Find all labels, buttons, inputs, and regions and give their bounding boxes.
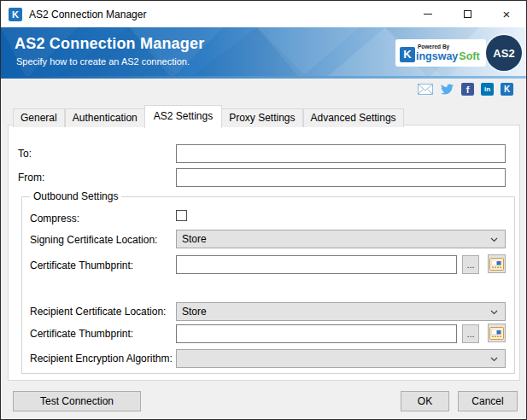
- recipient-cert-location-dropdown[interactable]: Store: [176, 302, 506, 321]
- tab-as2-settings[interactable]: AS2 Settings: [144, 105, 222, 128]
- tab-authentication[interactable]: Authentication: [65, 108, 145, 127]
- ok-button[interactable]: OK: [401, 391, 449, 411]
- kingswaysoft-logo: K Powered By ingswaySoft: [395, 39, 486, 67]
- email-icon[interactable]: [418, 84, 433, 95]
- cert-thumbprint-2-cert-picker-button[interactable]: [488, 324, 506, 342]
- as2-connection-manager-dialog: K AS2 Connection Manager × AS2 Connectio…: [0, 0, 527, 420]
- as2-badge: AS2: [486, 35, 522, 71]
- recipient-encryption-algorithm-dropdown[interactable]: [176, 349, 506, 368]
- tab-advanced-settings[interactable]: Advanced Settings: [303, 108, 404, 127]
- header-banner: AS2 Connection Manager Specify how to cr…: [1, 27, 526, 79]
- header-subtitle: Specify how to create an AS2 connection.: [16, 56, 190, 67]
- close-icon: ×: [503, 8, 511, 20]
- tab-proxy-settings[interactable]: Proxy Settings: [221, 108, 302, 127]
- chevron-down-icon: [490, 237, 498, 242]
- signing-cert-location-dropdown[interactable]: Store: [176, 230, 506, 248]
- cert-thumbprint-2-browse-button[interactable]: ...: [462, 324, 479, 343]
- tab-general[interactable]: General: [13, 108, 65, 127]
- signing-cert-location-label: Signing Certificate Location:: [30, 234, 157, 246]
- to-input[interactable]: [176, 144, 506, 163]
- logo-name-blue: ingsway: [416, 50, 458, 62]
- cert-thumbprint-1-cert-picker-button[interactable]: [488, 254, 506, 273]
- certificate-icon: [489, 258, 504, 271]
- signing-cert-location-value: Store: [182, 233, 207, 245]
- header-title: AS2 Connection Manager: [15, 35, 204, 53]
- outbound-settings-title: Outbound Settings: [30, 190, 121, 202]
- cert-thumbprint-1-browse-button[interactable]: ...: [462, 255, 479, 274]
- window-title: AS2 Connection Manager: [29, 9, 146, 20]
- close-button[interactable]: ×: [487, 1, 526, 27]
- cancel-button[interactable]: Cancel: [458, 391, 518, 411]
- from-label: From:: [18, 172, 44, 184]
- maximize-icon: [464, 10, 471, 18]
- compress-checkbox[interactable]: [176, 210, 187, 221]
- social-links: f in K: [418, 83, 513, 96]
- recipient-cert-location-label: Recipient Certificate Location:: [30, 306, 166, 318]
- title-bar: K AS2 Connection Manager ×: [1, 1, 526, 27]
- twitter-icon[interactable]: [440, 83, 454, 96]
- minimize-button[interactable]: [408, 1, 448, 27]
- cert-thumbprint-1-label: Certificate Thumbprint:: [30, 260, 133, 271]
- to-label: To:: [18, 148, 32, 160]
- logo-name-green: Soft: [459, 50, 479, 62]
- compress-label: Compress:: [30, 213, 79, 225]
- app-icon: K: [9, 8, 22, 21]
- as2-settings-page: To: From: Outbound Settings Compress: Si…: [8, 125, 520, 381]
- header-bottom-strip: [1, 76, 526, 79]
- recipient-cert-location-value: Store: [182, 306, 207, 318]
- from-input[interactable]: [176, 168, 506, 187]
- minimize-icon: [424, 14, 432, 15]
- cert-thumbprint-2-input[interactable]: [176, 324, 457, 343]
- facebook-icon[interactable]: f: [461, 83, 474, 96]
- test-connection-button[interactable]: Test Connection: [13, 391, 141, 411]
- cert-thumbprint-1-input[interactable]: [176, 255, 457, 274]
- chevron-down-icon: [490, 357, 498, 362]
- kingswaysoft-site-icon[interactable]: K: [501, 83, 513, 96]
- chevron-down-icon: [490, 310, 498, 315]
- certificate-icon: [489, 327, 504, 340]
- maximize-button[interactable]: [448, 1, 487, 27]
- linkedin-icon[interactable]: in: [481, 83, 494, 96]
- tab-strip: General Authentication AS2 Settings Prox…: [13, 105, 404, 127]
- kingswaysoft-k-icon: K: [400, 47, 415, 62]
- recipient-encryption-algorithm-label: Recipient Encryption Algorithm:: [30, 353, 173, 365]
- cert-thumbprint-2-label: Certificate Thumbprint:: [30, 328, 133, 340]
- outbound-settings-group: Outbound Settings: [21, 196, 515, 374]
